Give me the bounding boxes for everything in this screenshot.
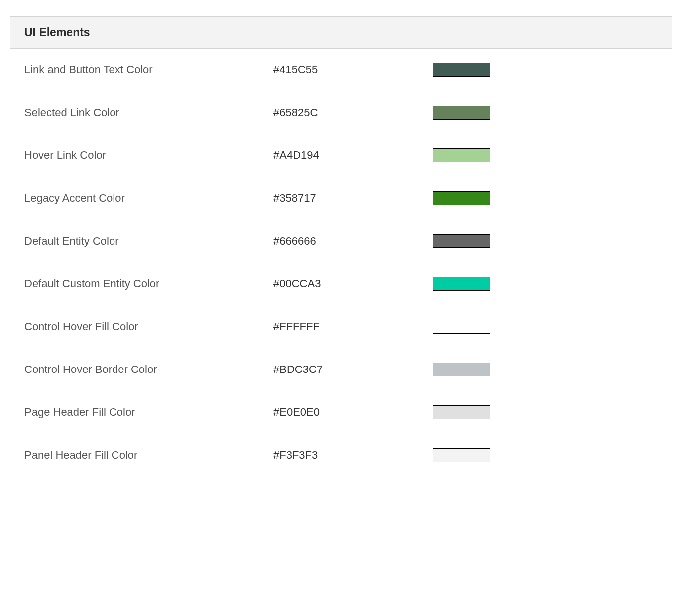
color-label: Selected Link Color xyxy=(24,106,273,119)
color-swatch[interactable] xyxy=(433,191,490,205)
color-label: Default Custom Entity Color xyxy=(24,277,273,290)
color-swatch[interactable] xyxy=(433,63,490,77)
color-swatch[interactable] xyxy=(433,148,490,162)
color-value: #E0E0E0 xyxy=(273,406,433,419)
color-value: #F3F3F3 xyxy=(273,449,433,462)
panel-header: UI Elements xyxy=(10,17,672,49)
color-label: Control Hover Border Color xyxy=(24,363,273,376)
color-row: Default Entity Color#666666 xyxy=(24,234,658,248)
color-value: #A4D194 xyxy=(273,149,433,162)
color-swatch[interactable] xyxy=(433,448,490,462)
color-value: #FFFFFF xyxy=(273,320,433,333)
color-value: #00CCA3 xyxy=(273,277,433,290)
color-label: Control Hover Fill Color xyxy=(24,320,273,333)
color-row: Selected Link Color#65825C xyxy=(24,106,658,120)
color-swatch[interactable] xyxy=(433,277,490,291)
panel-body: Link and Button Text Color#415C55Selecte… xyxy=(10,49,672,496)
color-label: Page Header Fill Color xyxy=(24,406,273,419)
color-row: Page Header Fill Color#E0E0E0 xyxy=(24,405,658,419)
color-value: #65825C xyxy=(273,106,433,119)
color-value: #415C55 xyxy=(273,63,433,76)
panel-title: UI Elements xyxy=(24,26,658,39)
color-row: Control Hover Fill Color#FFFFFF xyxy=(24,320,658,334)
color-value: #666666 xyxy=(273,235,433,247)
color-value: #358717 xyxy=(273,192,433,205)
color-row: Default Custom Entity Color#00CCA3 xyxy=(24,277,658,291)
color-row: Legacy Accent Color#358717 xyxy=(24,191,658,205)
color-label: Default Entity Color xyxy=(24,235,273,247)
color-row: Link and Button Text Color#415C55 xyxy=(24,63,658,77)
color-label: Hover Link Color xyxy=(24,149,273,162)
color-label: Panel Header Fill Color xyxy=(24,449,273,462)
color-row: Panel Header Fill Color#F3F3F3 xyxy=(24,448,658,462)
color-swatch[interactable] xyxy=(433,363,490,376)
color-label: Legacy Accent Color xyxy=(24,192,273,205)
color-swatch[interactable] xyxy=(433,405,490,419)
top-divider xyxy=(10,10,672,10)
color-swatch[interactable] xyxy=(433,234,490,248)
color-swatch[interactable] xyxy=(433,106,490,120)
color-row: Hover Link Color#A4D194 xyxy=(24,148,658,162)
color-value: #BDC3C7 xyxy=(273,363,433,376)
color-label: Link and Button Text Color xyxy=(24,63,273,76)
ui-elements-panel: UI Elements Link and Button Text Color#4… xyxy=(10,16,672,496)
color-swatch[interactable] xyxy=(433,320,490,334)
color-row: Control Hover Border Color#BDC3C7 xyxy=(24,363,658,376)
